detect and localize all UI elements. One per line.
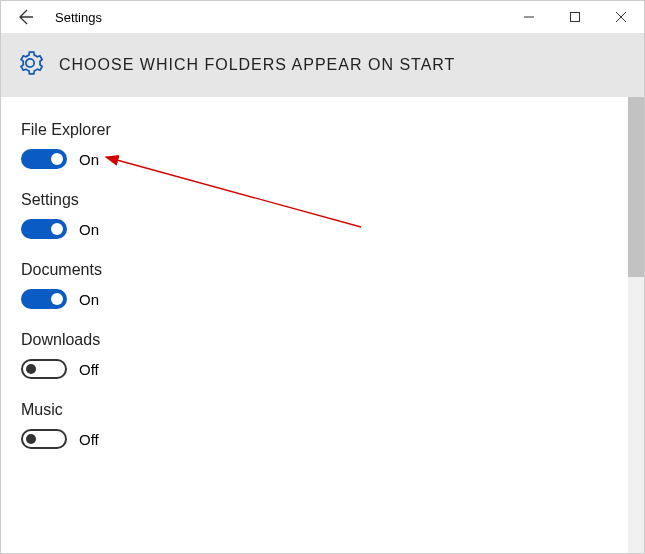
toggle-switch[interactable] bbox=[21, 149, 67, 169]
back-arrow-icon bbox=[15, 7, 35, 27]
setting-downloads: Downloads Off bbox=[21, 331, 624, 379]
setting-documents: Documents On bbox=[21, 261, 624, 309]
toggle-knob bbox=[51, 293, 63, 305]
toggle-switch[interactable] bbox=[21, 429, 67, 449]
toggle-knob bbox=[26, 364, 36, 374]
maximize-button[interactable] bbox=[552, 1, 598, 33]
setting-label: Settings bbox=[21, 191, 624, 209]
toggle-switch[interactable] bbox=[21, 289, 67, 309]
toggle-knob bbox=[26, 434, 36, 444]
scrollbar-thumb[interactable] bbox=[628, 97, 644, 277]
toggle-row: Off bbox=[21, 359, 624, 379]
setting-label: Downloads bbox=[21, 331, 624, 349]
page-title: CHOOSE WHICH FOLDERS APPEAR ON START bbox=[59, 56, 455, 74]
toggle-state-label: On bbox=[79, 151, 99, 168]
toggle-row: On bbox=[21, 219, 624, 239]
toggle-state-label: On bbox=[79, 221, 99, 238]
setting-label: Documents bbox=[21, 261, 624, 279]
scrollbar-track[interactable] bbox=[628, 97, 644, 553]
toggle-row: On bbox=[21, 149, 624, 169]
page-header: CHOOSE WHICH FOLDERS APPEAR ON START bbox=[1, 33, 644, 97]
content-area: File Explorer On Settings On Documents O… bbox=[1, 97, 644, 553]
back-button[interactable] bbox=[1, 1, 49, 33]
toggle-state-label: On bbox=[79, 291, 99, 308]
svg-rect-1 bbox=[571, 13, 580, 22]
maximize-icon bbox=[569, 11, 581, 23]
toggle-switch[interactable] bbox=[21, 359, 67, 379]
setting-file-explorer: File Explorer On bbox=[21, 121, 624, 169]
close-icon bbox=[615, 11, 627, 23]
toggle-switch[interactable] bbox=[21, 219, 67, 239]
setting-settings: Settings On bbox=[21, 191, 624, 239]
toggle-state-label: Off bbox=[79, 431, 99, 448]
toggle-row: On bbox=[21, 289, 624, 309]
setting-label: File Explorer bbox=[21, 121, 624, 139]
window-controls bbox=[506, 1, 644, 33]
setting-label: Music bbox=[21, 401, 624, 419]
close-button[interactable] bbox=[598, 1, 644, 33]
gear-icon bbox=[17, 50, 43, 80]
setting-music: Music Off bbox=[21, 401, 624, 449]
toggle-knob bbox=[51, 153, 63, 165]
minimize-button[interactable] bbox=[506, 1, 552, 33]
settings-list: File Explorer On Settings On Documents O… bbox=[1, 97, 644, 553]
titlebar: Settings bbox=[1, 1, 644, 33]
minimize-icon bbox=[523, 11, 535, 23]
toggle-knob bbox=[51, 223, 63, 235]
toggle-state-label: Off bbox=[79, 361, 99, 378]
window-title: Settings bbox=[49, 10, 506, 25]
toggle-row: Off bbox=[21, 429, 624, 449]
